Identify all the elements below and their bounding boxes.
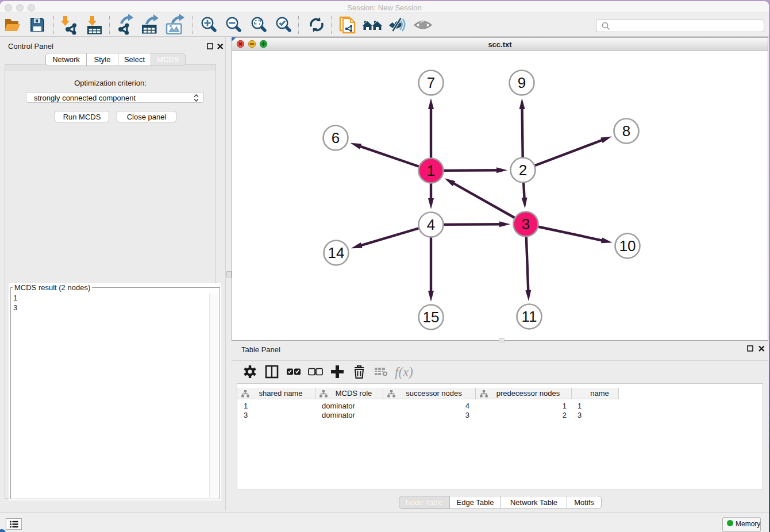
svg-text:15: 15 xyxy=(423,309,440,326)
svg-text:6: 6 xyxy=(332,129,340,147)
svg-text:3: 3 xyxy=(522,215,530,233)
svg-text:14: 14 xyxy=(328,244,345,261)
svg-text:4: 4 xyxy=(427,216,435,233)
svg-text:11: 11 xyxy=(522,308,537,325)
svg-text:9: 9 xyxy=(518,74,526,91)
svg-text:7: 7 xyxy=(427,74,435,91)
svg-text:f(x): f(x) xyxy=(395,365,413,379)
svg-text:8: 8 xyxy=(622,122,630,140)
svg-text:1: 1 xyxy=(427,162,435,179)
svg-text:2: 2 xyxy=(519,161,527,179)
svg-text:10: 10 xyxy=(619,237,636,255)
